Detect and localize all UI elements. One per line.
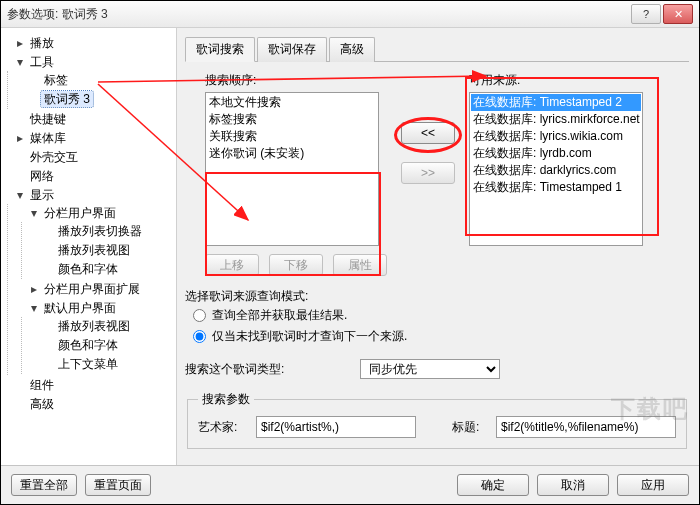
ok-button[interactable]: 确定: [457, 474, 529, 496]
title-label: 标题:: [452, 419, 488, 436]
tree-item[interactable]: 播放列表视图: [55, 242, 133, 258]
tree-item[interactable]: 工具: [27, 54, 57, 70]
mode-until-label: 仅当未找到歌词时才查询下一个来源.: [212, 328, 407, 345]
move-left-button[interactable]: <<: [401, 122, 455, 144]
tree-item[interactable]: 快捷键: [27, 111, 69, 127]
tree-item[interactable]: 颜色和字体: [55, 337, 121, 353]
search-params-group: 搜索参数 艺术家: 标题:: [187, 391, 687, 449]
tree-item[interactable]: 高级: [27, 396, 57, 412]
available-list[interactable]: 在线数据库: Timestamped 2在线数据库: lyrics.mirkfo…: [469, 92, 643, 246]
mode-all-radio[interactable]: [193, 309, 206, 322]
mode-until-row[interactable]: 仅当未找到歌词时才查询下一个来源.: [185, 326, 689, 347]
mode-all-label: 查询全部并获取最佳结果.: [212, 307, 347, 324]
move-down-button[interactable]: 下移: [269, 254, 323, 276]
tree-item[interactable]: 媒体库: [27, 130, 69, 146]
nav-tree[interactable]: ▸播放▾工具标签歌词秀 3快捷键▸媒体库外壳交互网络▾显示▾分栏用户界面播放列表…: [1, 28, 177, 465]
tree-item[interactable]: 默认用户界面: [41, 300, 119, 316]
tree-expander-icon[interactable]: ▾: [29, 301, 39, 315]
move-right-button[interactable]: >>: [401, 162, 455, 184]
tree-item[interactable]: 上下文菜单: [55, 356, 121, 372]
move-up-button[interactable]: 上移: [205, 254, 259, 276]
window-title: 参数选项: 歌词秀 3: [7, 6, 631, 23]
titlebar: 参数选项: 歌词秀 3 ? ✕: [1, 1, 699, 28]
list-item[interactable]: 在线数据库: Timestamped 1: [471, 179, 641, 196]
available-label: 可用来源:: [469, 72, 643, 89]
tree-item[interactable]: 标签: [41, 72, 71, 88]
help-button[interactable]: ?: [631, 4, 661, 24]
cancel-button[interactable]: 取消: [537, 474, 609, 496]
artist-field[interactable]: [256, 416, 416, 438]
list-item[interactable]: 本地文件搜索: [207, 94, 377, 111]
title-field[interactable]: [496, 416, 676, 438]
tab-advanced[interactable]: 高级: [329, 37, 375, 62]
mode-until-radio[interactable]: [193, 330, 206, 343]
tabs: 歌词搜索 歌词保存 高级: [185, 36, 689, 62]
tree-item[interactable]: 外壳交互: [27, 149, 81, 165]
tree-expander-icon[interactable]: ▾: [29, 206, 39, 220]
tree-item[interactable]: 显示: [27, 187, 57, 203]
tree-expander-icon[interactable]: ▾: [15, 188, 25, 202]
tree-item[interactable]: 歌词秀 3: [41, 91, 93, 107]
list-item[interactable]: 标签搜索: [207, 111, 377, 128]
tree-item[interactable]: 播放列表视图: [55, 318, 133, 334]
tree-item[interactable]: 播放列表切换器: [55, 223, 145, 239]
artist-label: 艺术家:: [198, 419, 248, 436]
list-item[interactable]: 在线数据库: lyrics.wikia.com: [471, 128, 641, 145]
tree-item[interactable]: 网络: [27, 168, 57, 184]
apply-button[interactable]: 应用: [617, 474, 689, 496]
tree-item[interactable]: 分栏用户界面扩展: [41, 281, 143, 297]
search-order-label: 搜索顺序:: [205, 72, 387, 89]
properties-button[interactable]: 属性: [333, 254, 387, 276]
tree-expander-icon[interactable]: ▸: [29, 282, 39, 296]
list-item[interactable]: 在线数据库: lyrics.mirkforce.net: [471, 111, 641, 128]
tab-save[interactable]: 歌词保存: [257, 37, 327, 62]
tree-item[interactable]: 播放: [27, 35, 57, 51]
reset-page-button[interactable]: 重置页面: [85, 474, 151, 496]
list-item[interactable]: 在线数据库: darklyrics.com: [471, 162, 641, 179]
footer: 重置全部 重置页面 确定 取消 应用: [1, 465, 699, 504]
list-item[interactable]: 迷你歌词 (未安装): [207, 145, 377, 162]
mode-all-row[interactable]: 查询全部并获取最佳结果.: [185, 305, 689, 326]
tree-item[interactable]: 颜色和字体: [55, 261, 121, 277]
type-label: 搜索这个歌词类型:: [185, 361, 284, 378]
tree-item[interactable]: 组件: [27, 377, 57, 393]
list-item[interactable]: 在线数据库: Timestamped 2: [471, 94, 641, 111]
type-select[interactable]: 同步优先: [360, 359, 500, 379]
tree-expander-icon[interactable]: ▸: [15, 131, 25, 145]
close-button[interactable]: ✕: [663, 4, 693, 24]
tree-item[interactable]: 分栏用户界面: [41, 205, 119, 221]
tree-expander-icon[interactable]: ▸: [15, 36, 25, 50]
search-order-list[interactable]: 本地文件搜索标签搜索关联搜索迷你歌词 (未安装): [205, 92, 379, 246]
search-params-legend: 搜索参数: [198, 391, 254, 408]
list-item[interactable]: 在线数据库: lyrdb.com: [471, 145, 641, 162]
list-item[interactable]: 关联搜索: [207, 128, 377, 145]
reset-all-button[interactable]: 重置全部: [11, 474, 77, 496]
mode-label: 选择歌词来源查询模式:: [185, 288, 689, 305]
tree-expander-icon[interactable]: ▾: [15, 55, 25, 69]
tab-search[interactable]: 歌词搜索: [185, 37, 255, 62]
